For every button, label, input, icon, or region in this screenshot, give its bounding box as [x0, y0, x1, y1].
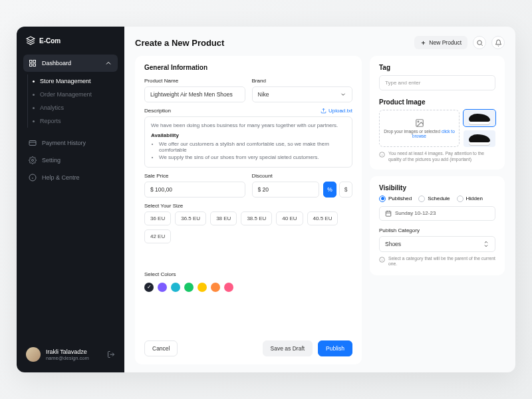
category-select[interactable]: Shoes: [379, 236, 495, 252]
save-draft-button[interactable]: Save as Draft: [263, 340, 313, 356]
plus-icon: [420, 40, 426, 46]
availability-label: Availability: [151, 132, 346, 138]
nav-dashboard[interactable]: Dashboard: [23, 55, 118, 72]
search-button[interactable]: [473, 36, 486, 49]
general-panel: General Information Product Name Brand N…: [135, 56, 362, 364]
main: Create a New Product New Product General…: [124, 27, 515, 372]
tag-input[interactable]: Type and enter: [379, 75, 495, 90]
svg-rect-3: [33, 64, 36, 66]
brand: E-Com: [26, 36, 115, 45]
discount-percent-button[interactable]: %: [323, 182, 336, 198]
visibility-title: Visibility: [379, 184, 495, 192]
size-chip[interactable]: 38.5 EU: [241, 211, 272, 225]
availability-item: We offer our customers a stylish and com…: [159, 141, 346, 153]
user-name: Irakli Talavadze: [46, 348, 89, 355]
svg-rect-21: [386, 211, 391, 216]
color-swatch[interactable]: [224, 283, 233, 292]
color-swatch[interactable]: [171, 283, 180, 292]
sale-price-input[interactable]: [144, 182, 245, 198]
subnav-analytics[interactable]: Analytics: [23, 101, 118, 114]
tag-panel: Tag Type and enter Product Image Drop yo…: [370, 56, 505, 170]
tag-title: Tag: [379, 64, 495, 71]
upload-icon: [321, 108, 327, 114]
color-swatch[interactable]: [211, 283, 220, 292]
visibility-panel: Visibility Published Schedule Hidden Sun…: [370, 176, 505, 276]
new-product-button[interactable]: New Product: [414, 36, 467, 49]
svg-point-6: [32, 160, 34, 162]
bell-icon: [495, 39, 502, 47]
grid-icon: [29, 59, 37, 67]
product-thumb[interactable]: [464, 110, 495, 126]
svg-line-14: [481, 44, 482, 45]
selector-icon: [483, 241, 489, 247]
size-chip[interactable]: 38 EU: [210, 211, 237, 225]
schedule-date[interactable]: Sunday 10-12-23: [379, 206, 495, 221]
size-chip[interactable]: 36 EU: [144, 211, 171, 225]
brand-label: Brand: [252, 78, 353, 84]
publish-button[interactable]: Publish: [318, 340, 352, 356]
discount-label: Discount: [252, 173, 353, 179]
sale-price-label: Sale Price: [144, 173, 245, 179]
avatar[interactable]: [26, 347, 41, 362]
visibility-published[interactable]: Published: [379, 196, 412, 202]
svg-rect-1: [33, 61, 36, 63]
subnav-reports[interactable]: Reports: [23, 114, 118, 128]
image-title: Product Image: [379, 98, 495, 106]
svg-point-13: [477, 40, 481, 44]
visibility-hidden[interactable]: Hidden: [457, 196, 483, 202]
description-box[interactable]: We have been doing shoes business for ma…: [144, 116, 352, 168]
card-icon: [29, 139, 37, 147]
user-email: name@design.com: [46, 355, 89, 361]
chevron-up-icon: [104, 59, 112, 67]
description-label: Description: [144, 108, 171, 114]
calendar-icon: [385, 210, 392, 217]
sidebar: E-Com Dashboard Store Management Order M…: [17, 27, 124, 372]
upload-link[interactable]: Upload.txt: [321, 108, 352, 114]
image-icon: [415, 118, 424, 128]
user-card: Irakli Talavadze name@design.com: [23, 343, 118, 366]
cancel-button[interactable]: Cancel: [144, 340, 178, 356]
size-chip[interactable]: 40.5 EU: [307, 211, 338, 225]
color-swatch[interactable]: [198, 283, 207, 292]
image-hint: You need at least 4 images. Pay attentio…: [379, 151, 495, 163]
description-intro: We have been doing shoes business for ma…: [151, 122, 346, 128]
nav-help[interactable]: Help & Centre: [23, 169, 118, 186]
product-name-input[interactable]: [144, 86, 245, 102]
logo-icon: [26, 36, 35, 45]
info-icon: [379, 257, 385, 263]
size-label: Select Your Size: [144, 203, 352, 209]
discount-dollar-button[interactable]: $: [339, 182, 352, 198]
availability-item: We supply the sins of our shoes from ver…: [159, 154, 346, 160]
topbar: Create a New Product New Product: [135, 36, 505, 49]
svg-rect-2: [30, 64, 33, 66]
subnav: Store Management Order Management Analyt…: [23, 74, 118, 128]
size-chip[interactable]: 36.5 EU: [175, 211, 206, 225]
colors-label: Select Colors: [144, 271, 352, 277]
nav-setting[interactable]: Setting: [23, 152, 118, 169]
gear-icon: [29, 156, 37, 164]
category-hint: Select a category that will be the paren…: [379, 256, 495, 268]
color-swatch[interactable]: [144, 283, 154, 292]
color-swatch[interactable]: [158, 283, 167, 292]
general-title: General Information: [144, 64, 352, 71]
discount-input[interactable]: [252, 182, 320, 198]
product-thumb[interactable]: [464, 130, 495, 147]
product-name-label: Product Name: [144, 78, 245, 84]
subnav-order[interactable]: Order Management: [23, 88, 118, 101]
size-chip[interactable]: 40 EU: [276, 211, 303, 225]
search-icon: [476, 39, 483, 47]
svg-point-17: [418, 121, 419, 122]
subnav-store[interactable]: Store Management: [23, 74, 118, 88]
image-dropzone[interactable]: Drop your images or selected click to br…: [379, 110, 460, 147]
svg-rect-4: [29, 141, 36, 146]
size-chip[interactable]: 42 EU: [144, 229, 171, 243]
info-icon: [379, 152, 385, 158]
nav-payment[interactable]: Payment History: [23, 134, 118, 152]
notifications-button[interactable]: [491, 36, 505, 49]
logout-icon[interactable]: [107, 350, 115, 358]
brand-select[interactable]: Nike: [252, 86, 353, 102]
category-label: Publish Category: [379, 227, 495, 233]
visibility-schedule[interactable]: Schedule: [418, 196, 450, 202]
info-icon: [29, 174, 37, 182]
color-swatch[interactable]: [184, 283, 194, 292]
